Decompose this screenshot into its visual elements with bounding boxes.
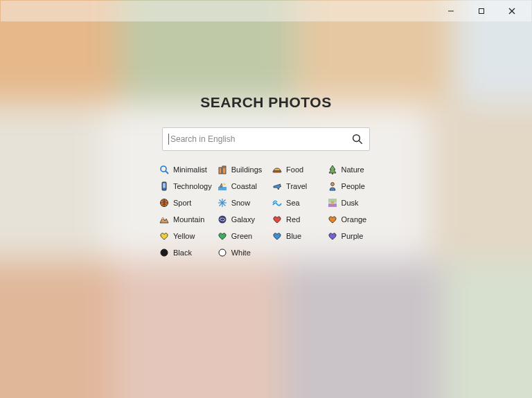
tag-snow[interactable]: Snow [213,197,267,209]
tag-people[interactable]: People [323,180,377,192]
coastal-icon [218,181,227,191]
tag-label: White [231,248,251,257]
tag-purple[interactable]: Purple [323,230,377,242]
tag-label: Purple [342,232,364,240]
tag-label: Buildings [231,165,263,174]
maximize-button[interactable] [466,1,497,21]
tag-green[interactable]: Green [213,230,267,242]
tag-label: Nature [342,165,364,174]
tag-label: Technology [173,182,212,190]
tag-minimalist[interactable]: Minimalist [155,163,212,176]
tag-sport[interactable]: Sport [155,197,212,209]
circle-white-icon [218,248,227,257]
heart-yellow-icon [159,231,169,241]
tag-label: Dusk [342,199,359,207]
circle-black-icon [159,248,169,257]
heart-blue-icon [272,231,282,241]
tag-label: Sport [173,199,191,207]
tag-label: Red [286,215,300,224]
food-icon [272,165,282,174]
people-icon [328,181,337,191]
tag-technology[interactable]: Technology [155,180,212,192]
svg-line-5 [359,141,362,144]
tag-blue[interactable]: Blue [268,230,321,242]
heart-purple-icon [328,231,337,241]
tree-icon [328,165,337,174]
tag-red[interactable]: Red [268,213,321,226]
tag-orange[interactable]: Orange [323,213,377,226]
main-content: SEARCH PHOTOS MinimalistBuildingsFoodNat… [1,1,531,397]
tag-label: Snow [231,199,251,207]
phone-icon [159,181,169,191]
tag-label: Sea [286,199,300,207]
tag-label: Black [173,248,192,257]
tag-travel[interactable]: Travel [268,180,321,192]
heart-orange-icon [328,215,337,224]
buildings-icon [218,165,227,174]
page-title: SEARCH PHOTOS [200,94,331,111]
tag-label: Coastal [231,182,257,190]
svg-point-4 [353,135,360,142]
magnifier-icon [159,165,169,174]
snow-icon [218,198,227,208]
search-box[interactable] [162,127,370,151]
search-icon[interactable] [351,133,364,145]
tag-yellow[interactable]: Yellow [155,230,212,242]
tag-food[interactable]: Food [268,163,321,176]
app-window: SEARCH PHOTOS MinimalistBuildingsFoodNat… [0,0,532,398]
tag-grid: MinimalistBuildingsFoodNatureTechnologyC… [155,163,377,259]
tag-label: Green [231,232,253,240]
text-caret [168,134,169,145]
tag-nature[interactable]: Nature [323,163,377,176]
mountain-icon [159,215,169,224]
galaxy-icon [218,215,227,224]
tag-label: Yellow [173,232,195,240]
tag-buildings[interactable]: Buildings [213,163,267,176]
minimize-button[interactable] [436,1,466,21]
tag-label: Mountain [173,215,204,224]
tag-label: Galaxy [231,215,255,224]
tag-dusk[interactable]: Dusk [323,197,377,209]
tag-mountain[interactable]: Mountain [155,213,212,226]
tag-label: Travel [286,182,307,190]
tag-label: Food [286,165,303,174]
tag-label: Orange [342,215,367,224]
tag-galaxy[interactable]: Galaxy [213,213,267,226]
dusk-icon [328,198,337,208]
tag-coastal[interactable]: Coastal [213,180,267,192]
heart-red-icon [272,215,282,224]
ball-icon [159,198,169,208]
heart-green-icon [218,231,227,241]
tag-label: People [342,182,365,190]
tag-sea[interactable]: Sea [268,197,321,209]
plane-icon [272,181,282,191]
tag-label: Minimalist [173,165,207,174]
tag-white[interactable]: White [213,246,267,259]
wave-icon [272,198,282,208]
search-input[interactable] [170,134,351,144]
close-button[interactable] [497,1,527,21]
svg-rect-1 [479,9,484,14]
tag-label: Blue [286,232,301,240]
tag-black[interactable]: Black [155,246,212,259]
titlebar [1,1,531,21]
